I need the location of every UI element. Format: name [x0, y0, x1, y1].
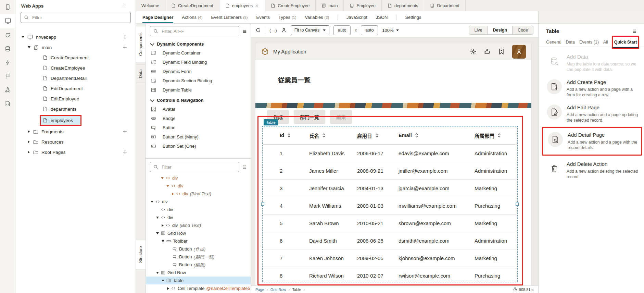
structure-node-div[interactable]: div — [146, 206, 251, 213]
tab-json[interactable]: JSON — [376, 11, 388, 23]
tree-item-resources[interactable]: Resources — [16, 137, 136, 147]
breadcrumb-page[interactable]: Page — [255, 288, 264, 292]
structure-node-div[interactable]: div — [146, 174, 251, 182]
tab-components-vertical[interactable]: Components — [136, 26, 146, 62]
caret-right-icon[interactable] — [28, 151, 30, 154]
structure-node-div[interactable]: div — [146, 213, 251, 221]
canvas-height-input[interactable]: auto — [361, 25, 378, 35]
tab-event-listeners[interactable]: Event Listeners(5) — [211, 11, 248, 23]
menu-icon[interactable] — [632, 28, 637, 34]
structure-node-div[interactable]: div — [146, 182, 251, 190]
tab-page-designer[interactable]: Page Designer — [142, 11, 173, 23]
caret-right-icon[interactable] — [167, 287, 169, 290]
structure-node-div-bind-text[interactable]: div(Bind Text) — [146, 190, 251, 198]
breadcrumb-table[interactable]: Table — [292, 288, 301, 292]
tree-item-hrwebapp[interactable]: hrwebapp — [16, 32, 136, 42]
tab-employee-bo[interactable]: Employee — [344, 0, 382, 11]
close-icon[interactable] — [255, 4, 259, 8]
tab-javascript[interactable]: JavaScript — [346, 11, 367, 23]
component-button[interactable]: Button — [146, 123, 251, 132]
resize-handle-left[interactable] — [261, 203, 264, 206]
tab-actions[interactable]: Actions(4) — [182, 11, 202, 23]
tab-department-bo[interactable]: Department — [424, 0, 465, 11]
caret-down-icon[interactable] — [162, 240, 164, 242]
mode-design-button[interactable]: Design — [487, 26, 512, 34]
caret-down-icon[interactable] — [162, 280, 164, 282]
breadcrumb-grid-row[interactable]: Grid Row — [270, 288, 286, 292]
tab-events[interactable]: Events — [256, 11, 270, 23]
add-web-app-button[interactable] — [122, 3, 127, 9]
source-view-icon[interactable] — [0, 97, 15, 110]
tab-createemployee[interactable]: CreateEmployee — [265, 0, 316, 11]
add-icon[interactable] — [123, 35, 127, 39]
tree-item-root-pages[interactable]: Root Pages — [16, 147, 136, 157]
tree-item-departmentdetail[interactable]: DepartmentDetail — [16, 73, 136, 83]
resize-handle-right[interactable] — [516, 203, 519, 206]
tree-item-employees-selected[interactable]: employees — [16, 114, 136, 126]
tree-item-departments[interactable]: departments — [16, 104, 136, 114]
tree-item-fragments[interactable]: Fragments — [16, 126, 136, 137]
action-chains-icon[interactable] — [0, 56, 15, 69]
fragments-icon[interactable] — [0, 69, 15, 83]
caret-down-icon[interactable] — [22, 36, 24, 38]
thumbs-up-icon[interactable] — [484, 48, 491, 55]
tree-item-main[interactable]: main — [16, 42, 136, 52]
component-dynamic-section-binding[interactable]: Dynamic Section Binding — [146, 76, 251, 85]
menu-icon[interactable] — [242, 164, 247, 170]
bookmark-plus-icon[interactable] — [498, 48, 505, 55]
business-objects-icon[interactable] — [0, 42, 15, 56]
component-dynamic-form[interactable]: Dynamic Form — [146, 67, 251, 76]
add-icon[interactable] — [123, 45, 127, 50]
user-preview-icon[interactable] — [281, 27, 287, 33]
tab-data[interactable]: Data — [566, 36, 574, 48]
structure-filter[interactable] — [150, 162, 239, 172]
add-icon[interactable] — [123, 150, 127, 155]
components-filter-input[interactable] — [161, 28, 236, 34]
structure-node-button-departments[interactable]: Button(部門一覧) — [146, 253, 251, 261]
structure-node-div-bind-text[interactable]: div(Bind Text) — [146, 221, 251, 229]
components-rail-icon[interactable] — [0, 83, 15, 97]
tab-departments[interactable]: departments — [382, 0, 424, 11]
section-dynamic-components[interactable]: Dynamic Components — [146, 38, 251, 48]
structure-node-toolbar[interactable]: Toolbar — [146, 237, 251, 245]
tab-all[interactable]: All — [603, 36, 608, 48]
tree-item-editemployee[interactable]: EditEmployee — [16, 94, 136, 104]
component-avatar[interactable]: Avatar — [146, 105, 251, 114]
refresh-icon[interactable] — [255, 27, 261, 33]
component-dynamic-table[interactable]: Dynamic Table — [146, 85, 251, 95]
quick-start-add-detail-page[interactable]: Add Detail Page Add a new action and a p… — [542, 127, 642, 156]
tree-item-createemployee[interactable]: CreateEmployee — [16, 63, 136, 73]
structure-node-button-create[interactable]: Button(作成) — [146, 245, 251, 253]
component-dynamic-field-binding[interactable]: Dynamic Field Binding — [146, 58, 251, 67]
quick-start-add-edit-page[interactable]: Add Edit Page Add a new action and a pag… — [539, 98, 644, 123]
quick-start-add-create-page[interactable]: Add Create Page Add a new action and a p… — [539, 72, 644, 98]
responsive-range-icon[interactable]: (→) — [269, 28, 277, 33]
tab-structure-vertical[interactable]: Structure — [136, 240, 146, 269]
mode-live-button[interactable]: Live — [469, 26, 487, 34]
caret-down-icon[interactable] — [156, 217, 159, 219]
add-icon[interactable] — [123, 129, 127, 134]
structure-node-cell-template[interactable]: Cell Template@nameCellTemplate5 — [146, 284, 251, 292]
fit-to-canvas-select[interactable]: Fit to Canvas — [291, 25, 330, 35]
tab-employees[interactable]: employees — [219, 0, 265, 12]
tab-general[interactable]: General — [546, 36, 561, 48]
caret-right-icon[interactable] — [28, 130, 30, 133]
tab-data-vertical[interactable]: Data — [136, 64, 146, 83]
web-apps-icon[interactable] — [0, 14, 15, 28]
caret-down-icon[interactable] — [151, 201, 153, 203]
quick-start-add-delete-action[interactable]: Add Delete Action Add a new action delet… — [539, 158, 644, 180]
caret-right-icon[interactable] — [162, 224, 164, 227]
tree-item-editdepartment[interactable]: EditDepartment — [16, 83, 136, 94]
web-apps-filter[interactable] — [21, 12, 131, 23]
component-button-set-many[interactable]: Button Set (Many) — [146, 132, 251, 142]
connections-icon[interactable] — [0, 28, 15, 42]
components-filter[interactable] — [150, 26, 239, 36]
structure-node-button-edit[interactable]: Button(編集) — [146, 261, 251, 269]
edit-button[interactable]: 編集 — [330, 110, 352, 124]
caret-down-icon[interactable] — [161, 177, 164, 179]
structure-node-grid-row[interactable]: Grid Row — [146, 269, 251, 277]
tab-events[interactable]: Events (1) — [579, 36, 599, 48]
avatar[interactable] — [512, 45, 526, 59]
menu-icon[interactable] — [242, 29, 247, 34]
caret-down-icon[interactable] — [156, 232, 159, 234]
